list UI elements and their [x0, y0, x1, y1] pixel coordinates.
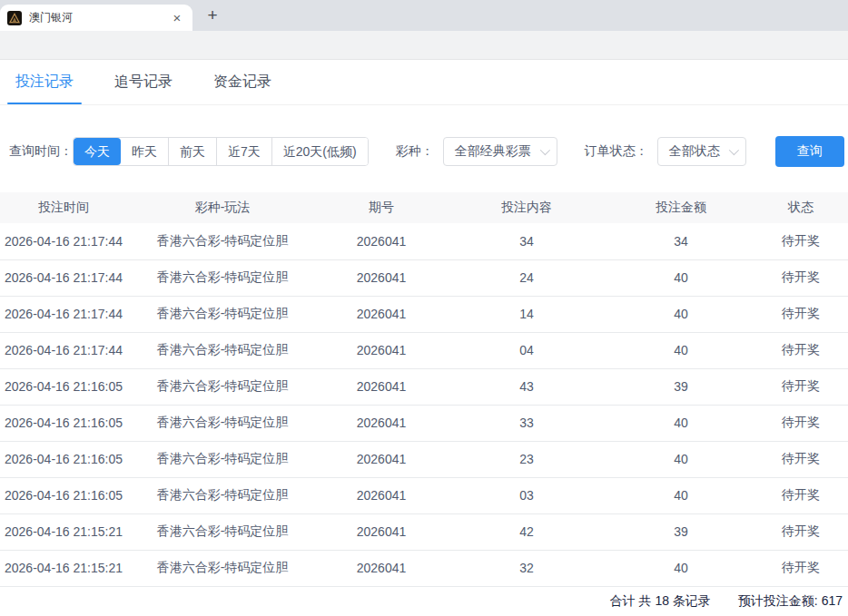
table-cell: 待开奖 [754, 477, 848, 513]
chevron-down-icon [728, 145, 738, 155]
table-cell: 香港六合彩-特码定位胆 [127, 405, 318, 441]
lottery-type-value: 全部经典彩票 [455, 143, 531, 160]
table-row: 2026-04-16 21:17:44香港六合彩-特码定位胆2026041144… [0, 296, 848, 332]
table-cell: 香港六合彩-特码定位胆 [127, 441, 318, 477]
table-row: 2026-04-16 21:17:44香港六合彩-特码定位胆2026041244… [0, 259, 848, 296]
browser-toolbar [0, 31, 848, 60]
table-cell: 香港六合彩-特码定位胆 [127, 550, 318, 586]
table-cell: 待开奖 [754, 296, 848, 332]
query-time-label: 查询时间： [9, 143, 73, 160]
estimated-amount-text: 预计投注金额: 617 [738, 593, 843, 610]
table-cell: 40 [608, 441, 754, 477]
table-cell: 34 [445, 223, 608, 259]
table-cell: 待开奖 [754, 368, 848, 405]
table-row: 2026-04-16 21:16:05香港六合彩-特码定位胆2026041433… [0, 368, 848, 405]
table-cell: 03 [445, 477, 608, 513]
table-row: 2026-04-16 21:17:44香港六合彩-特码定位胆2026041343… [0, 223, 848, 259]
nav-tab[interactable]: 资金记录 [205, 60, 280, 104]
table-header-cell: 状态 [754, 192, 848, 223]
table-cell: 40 [608, 296, 754, 332]
query-button[interactable]: 查询 [775, 136, 844, 167]
table-cell: 香港六合彩-特码定位胆 [127, 477, 318, 513]
table-row: 2026-04-16 21:16:05香港六合彩-特码定位胆2026041234… [0, 441, 848, 477]
time-range-group: 今天昨天前天近7天近20天(低频) [73, 137, 369, 166]
table-row: 2026-04-16 21:15:21香港六合彩-特码定位胆2026041324… [0, 550, 848, 586]
tab-close-icon[interactable]: × [169, 10, 185, 26]
time-range-option[interactable]: 近7天 [216, 138, 271, 165]
table-cell: 2026-04-16 21:15:21 [0, 550, 127, 586]
nav-tab[interactable]: 投注记录 [7, 60, 82, 104]
table-cell: 43 [445, 368, 608, 405]
table-cell: 2026041 [318, 405, 445, 441]
table-row: 2026-04-16 21:17:44香港六合彩-特码定位胆2026041044… [0, 332, 848, 368]
table-header-cell: 投注内容 [445, 192, 608, 223]
table-cell: 2026-04-16 21:16:05 [0, 405, 127, 441]
table-cell: 香港六合彩-特码定位胆 [127, 513, 318, 550]
table-cell: 14 [445, 296, 608, 332]
total-records-text: 合计 共 18 条记录 [610, 593, 711, 610]
filter-bar: 查询时间： 今天昨天前天近7天近20天(低频) 彩种： 全部经典彩票 订单状态：… [9, 136, 848, 167]
table-header-row: 投注时间彩种-玩法期号投注内容投注金额状态 [0, 192, 848, 223]
table-cell: 2026-04-16 21:17:44 [0, 259, 127, 296]
table-cell: 香港六合彩-特码定位胆 [127, 259, 318, 296]
lottery-type-select[interactable]: 全部经典彩票 [443, 137, 557, 166]
table-cell: 2026041 [318, 332, 445, 368]
table-cell: 待开奖 [754, 223, 848, 259]
table-cell: 2026041 [318, 368, 445, 405]
table-cell: 2026-04-16 21:16:05 [0, 368, 127, 405]
table-cell: 待开奖 [754, 259, 848, 296]
table-cell: 40 [608, 332, 754, 368]
table-header-cell: 投注金额 [608, 192, 754, 223]
chevron-down-icon [539, 145, 549, 155]
table-cell: 39 [608, 513, 754, 550]
table-cell: 2026-04-16 21:17:44 [0, 296, 127, 332]
new-tab-button[interactable]: + [200, 4, 225, 29]
bet-records-table: 投注时间彩种-玩法期号投注内容投注金额状态 2026-04-16 21:17:4… [0, 192, 848, 587]
site-favicon-icon [7, 11, 22, 25]
time-range-option[interactable]: 今天 [74, 138, 121, 165]
table-cell: 34 [608, 223, 754, 259]
tab-title: 澳门银河 [29, 10, 162, 25]
time-range-option[interactable]: 昨天 [121, 138, 168, 165]
table-row: 2026-04-16 21:16:05香港六合彩-特码定位胆2026041034… [0, 477, 848, 513]
time-range-option[interactable]: 前天 [168, 138, 216, 165]
table-cell: 2026041 [318, 513, 445, 550]
browser-tabstrip: 澳门银河 × + [0, 0, 848, 31]
table-header-cell: 彩种-玩法 [127, 192, 318, 223]
table-cell: 24 [445, 259, 608, 296]
table-cell: 2026041 [318, 259, 445, 296]
table-cell: 40 [608, 477, 754, 513]
table-cell: 40 [608, 550, 754, 586]
table-cell: 40 [608, 405, 754, 441]
table-row: 2026-04-16 21:15:21香港六合彩-特码定位胆2026041423… [0, 513, 848, 550]
nav-tab[interactable]: 追号记录 [106, 60, 181, 104]
record-tabs-bar: 投注记录追号记录资金记录 [0, 60, 848, 105]
table-cell: 香港六合彩-特码定位胆 [127, 296, 318, 332]
table-cell: 2026041 [318, 441, 445, 477]
browser-tab[interactable]: 澳门银河 × [0, 5, 192, 31]
lottery-type-label: 彩种： [396, 143, 434, 160]
table-cell: 香港六合彩-特码定位胆 [127, 223, 318, 259]
summary-bar: 合计 共 18 条记录 预计投注金额: 617 [0, 587, 848, 616]
table-cell: 2026-04-16 21:16:05 [0, 441, 127, 477]
table-cell: 2026041 [318, 223, 445, 259]
table-cell: 2026-04-16 21:17:44 [0, 223, 127, 259]
table-header-cell: 期号 [318, 192, 445, 223]
table-cell: 待开奖 [754, 550, 848, 586]
table-cell: 04 [445, 332, 608, 368]
table-cell: 2026041 [318, 296, 445, 332]
table-cell: 42 [445, 513, 608, 550]
table-header-cell: 投注时间 [0, 192, 127, 223]
table-cell: 39 [608, 368, 754, 405]
order-status-select[interactable]: 全部状态 [657, 137, 746, 166]
time-range-option[interactable]: 近20天(低频) [271, 138, 368, 165]
table-cell: 32 [445, 550, 608, 586]
table-cell: 待开奖 [754, 332, 848, 368]
table-cell: 待开奖 [754, 441, 848, 477]
table-cell: 香港六合彩-特码定位胆 [127, 368, 318, 405]
order-status-label: 订单状态： [585, 143, 648, 160]
table-cell: 33 [445, 405, 608, 441]
table-cell: 23 [445, 441, 608, 477]
table-body: 2026-04-16 21:17:44香港六合彩-特码定位胆2026041343… [0, 223, 848, 586]
table-cell: 40 [608, 259, 754, 296]
